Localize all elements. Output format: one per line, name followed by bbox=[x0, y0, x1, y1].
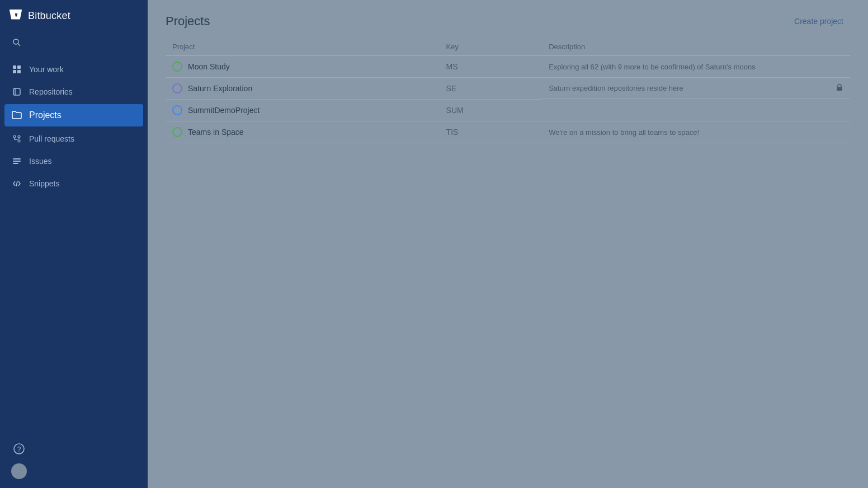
app-brand: Bitbucket bbox=[28, 10, 70, 22]
table-row[interactable]: Teams in Space TISWe're on a mission to … bbox=[166, 121, 850, 143]
snippets-icon bbox=[11, 178, 22, 189]
main-header: Projects Create project bbox=[148, 0, 868, 38]
sidebar-item-label: Your work bbox=[29, 65, 64, 74]
table-header: Project Key Description bbox=[166, 38, 850, 56]
table-row[interactable]: Saturn Exploration SE Saturn expedition … bbox=[166, 78, 850, 100]
search-icon bbox=[11, 37, 22, 48]
project-icon bbox=[172, 62, 182, 72]
main-content: Projects Create project Project Key Desc… bbox=[148, 0, 868, 488]
sidebar-item-issues[interactable]: Issues bbox=[0, 150, 148, 172]
project-name[interactable]: SummitDemoProject bbox=[188, 106, 260, 115]
user-avatar[interactable] bbox=[11, 463, 27, 479]
sidebar-nav: Your work Repositories Projects bbox=[0, 54, 148, 432]
project-name[interactable]: Teams in Space bbox=[188, 128, 244, 137]
svg-rect-6 bbox=[13, 88, 20, 95]
svg-line-1 bbox=[18, 44, 20, 46]
table-row[interactable]: Moon Study MSExploring all 62 (with 9 mo… bbox=[166, 56, 850, 78]
project-name-cell: Moon Study bbox=[166, 56, 440, 78]
project-key: TIS bbox=[440, 121, 542, 143]
page-title: Projects bbox=[166, 14, 210, 29]
project-name[interactable]: Saturn Exploration bbox=[188, 84, 252, 93]
sidebar-item-label: Pull requests bbox=[29, 134, 74, 143]
sidebar-item-your-work[interactable]: Your work bbox=[0, 58, 148, 81]
project-description: Saturn expedition repositories reside he… bbox=[542, 78, 850, 99]
project-name[interactable]: Moon Study bbox=[188, 62, 230, 71]
help-button[interactable]: ? bbox=[11, 441, 27, 457]
project-key: SE bbox=[440, 78, 542, 100]
project-name-cell: Teams in Space bbox=[166, 121, 440, 143]
svg-rect-5 bbox=[17, 70, 21, 73]
sidebar: Bitbucket Your work bbox=[0, 0, 148, 488]
sidebar-item-repositories[interactable]: Repositories bbox=[0, 81, 148, 103]
search-nav-item[interactable] bbox=[0, 31, 148, 54]
project-key: MS bbox=[440, 56, 542, 78]
project-name-cell: SummitDemoProject bbox=[166, 100, 440, 121]
svg-line-15 bbox=[16, 181, 17, 186]
svg-rect-18 bbox=[837, 87, 842, 91]
col-key: Key bbox=[440, 38, 542, 56]
folder-icon bbox=[11, 110, 22, 121]
project-icon bbox=[172, 105, 182, 115]
issues-icon bbox=[11, 156, 22, 167]
svg-point-10 bbox=[18, 135, 20, 138]
sidebar-item-pull-requests[interactable]: Pull requests bbox=[0, 128, 148, 150]
svg-point-8 bbox=[13, 135, 16, 138]
svg-rect-14 bbox=[13, 163, 18, 164]
svg-rect-12 bbox=[13, 158, 21, 159]
sidebar-item-label: Repositories bbox=[29, 87, 73, 96]
sidebar-item-projects[interactable]: Projects bbox=[4, 104, 143, 126]
svg-point-0 bbox=[13, 39, 18, 44]
project-icon bbox=[172, 127, 182, 137]
lock-icon bbox=[836, 83, 843, 93]
bitbucket-logo-icon[interactable] bbox=[9, 8, 22, 24]
table-row[interactable]: SummitDemoProject SUM bbox=[166, 100, 850, 121]
sidebar-header: Bitbucket bbox=[0, 0, 148, 31]
sidebar-bottom: ? bbox=[0, 432, 148, 488]
project-name-cell: Saturn Exploration bbox=[166, 78, 440, 100]
sidebar-item-label: Projects bbox=[29, 110, 62, 120]
create-project-button[interactable]: Create project bbox=[787, 13, 850, 29]
grid-icon bbox=[11, 64, 22, 75]
col-project: Project bbox=[166, 38, 440, 56]
project-description bbox=[542, 100, 850, 121]
svg-rect-3 bbox=[17, 65, 21, 69]
repo-icon bbox=[11, 86, 22, 97]
sidebar-item-label: Snippets bbox=[29, 179, 59, 188]
svg-rect-4 bbox=[13, 70, 16, 73]
svg-point-9 bbox=[18, 140, 20, 142]
projects-table: Project Key Description Moon Study MSExp… bbox=[166, 38, 850, 143]
svg-rect-13 bbox=[13, 161, 21, 162]
sidebar-item-label: Issues bbox=[29, 157, 51, 166]
project-description: Exploring all 62 (with 9 more to be conf… bbox=[542, 56, 850, 78]
project-key: SUM bbox=[440, 100, 542, 121]
col-description: Description bbox=[542, 38, 850, 56]
project-description: We're on a mission to bring all teams to… bbox=[542, 121, 850, 143]
projects-table-container: Project Key Description Moon Study MSExp… bbox=[148, 38, 868, 143]
svg-text:?: ? bbox=[17, 445, 21, 453]
svg-rect-2 bbox=[13, 65, 16, 69]
projects-tbody: Moon Study MSExploring all 62 (with 9 mo… bbox=[166, 56, 850, 143]
description-text: Saturn expedition repositories reside he… bbox=[549, 84, 683, 92]
project-icon bbox=[172, 83, 182, 93]
pr-icon bbox=[11, 133, 22, 144]
sidebar-item-snippets[interactable]: Snippets bbox=[0, 172, 148, 195]
